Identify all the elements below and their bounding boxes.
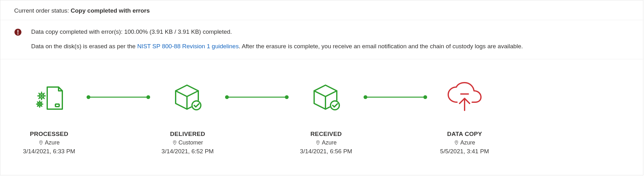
cloud-upload-error-icon (446, 81, 483, 113)
pin-icon (172, 140, 177, 145)
info-line-1: Data copy completed with error(s): 100.0… (31, 27, 523, 37)
step-connector (353, 81, 438, 113)
step-data-copy: DATA COPY Azure 5/5/2021, 3:41 PM (438, 81, 491, 155)
svg-point-26 (87, 95, 90, 99)
svg-rect-1 (18, 30, 19, 33)
status-info-text: Data copy completed with error(s): 100.0… (31, 27, 523, 51)
box-check-icon (310, 81, 342, 113)
step-timestamp: 3/14/2021, 6:56 PM (300, 148, 352, 155)
status-value: Copy completed with errors (71, 7, 150, 14)
step-delivered: DELIVERED Customer 3/14/2021, 6:52 PM (161, 81, 214, 155)
svg-point-33 (285, 95, 289, 99)
step-timestamp: 3/14/2021, 6:33 PM (23, 148, 75, 155)
svg-point-30 (174, 142, 175, 143)
svg-line-13 (43, 93, 44, 94)
step-title: PROCESSED (30, 131, 68, 138)
order-status-header: Current order status: Copy completed wit… (0, 0, 643, 20)
svg-point-15 (39, 103, 40, 105)
svg-point-27 (146, 95, 150, 99)
step-connector (214, 81, 299, 113)
step-title: RECEIVED (310, 131, 342, 138)
svg-line-20 (37, 102, 38, 103)
svg-point-42 (456, 142, 457, 143)
server-gear-icon (33, 81, 65, 113)
order-stepper: PROCESSED Azure 3/14/2021, 6:33 PM (0, 59, 643, 155)
step-processed: PROCESSED Azure 3/14/2021, 6:33 PM (22, 81, 76, 155)
svg-point-5 (41, 95, 42, 97)
svg-point-38 (364, 95, 367, 99)
svg-point-24 (41, 142, 42, 143)
step-connector (76, 81, 161, 113)
svg-line-23 (41, 102, 42, 103)
svg-rect-3 (55, 104, 59, 107)
pin-icon (38, 140, 43, 145)
status-label: Current order status: (14, 7, 71, 14)
nist-guidelines-link[interactable]: NIST SP 800-88 Revision 1 guidelines (137, 43, 239, 50)
step-title: DELIVERED (170, 131, 205, 138)
svg-line-10 (39, 93, 40, 94)
svg-line-21 (41, 106, 42, 106)
status-info-block: Data copy completed with error(s): 100.0… (0, 20, 643, 59)
pin-icon (454, 140, 459, 145)
step-received: RECEIVED Azure 3/14/2021, 6:56 PM (299, 81, 353, 155)
step-location: Azure (454, 139, 475, 146)
step-location: Azure (38, 139, 59, 146)
svg-line-11 (43, 98, 44, 99)
svg-point-39 (423, 95, 427, 99)
step-timestamp: 5/5/2021, 3:41 PM (440, 148, 489, 155)
pin-icon (315, 140, 320, 145)
svg-point-36 (318, 142, 319, 143)
error-icon (14, 28, 22, 36)
order-status-panel: Current order status: Copy completed wit… (0, 0, 643, 175)
step-location: Azure (315, 139, 336, 146)
svg-point-32 (225, 95, 229, 99)
step-location: Customer (172, 139, 203, 146)
info-line-2: Data on the disk(s) is erased as per the… (31, 42, 523, 51)
svg-line-22 (37, 106, 38, 106)
step-timestamp: 3/14/2021, 6:52 PM (161, 148, 214, 155)
svg-point-2 (17, 33, 19, 35)
step-title: DATA COPY (447, 131, 482, 138)
box-check-icon (172, 81, 203, 113)
svg-line-12 (39, 98, 40, 99)
